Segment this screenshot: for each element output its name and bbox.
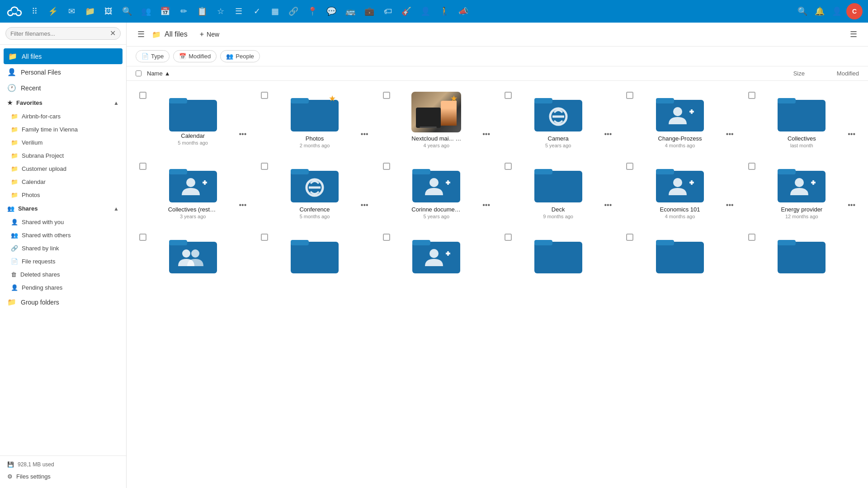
- file-actions-conference[interactable]: •••: [361, 201, 368, 209]
- sidebar-item-calendar[interactable]: 📁 Calendar: [4, 175, 126, 188]
- topbar-link-icon[interactable]: 🔗: [286, 4, 301, 19]
- col-name-header[interactable]: Name ▲: [147, 70, 769, 77]
- topbar-photos-icon[interactable]: 🖼: [101, 4, 116, 19]
- file-actions-photos[interactable]: •••: [361, 130, 368, 138]
- topbar-grid-icon[interactable]: ▦: [268, 4, 282, 19]
- file-checkbox-photos[interactable]: [261, 92, 268, 99]
- file-item-row3-2[interactable]: [257, 230, 372, 281]
- sidebar-item-verilium[interactable]: 📁 Verilium: [4, 136, 126, 149]
- file-checkbox-calendar[interactable]: [139, 92, 146, 99]
- file-item-row3-1[interactable]: [136, 230, 250, 281]
- topbar-people-icon[interactable]: 🚶: [437, 4, 452, 19]
- file-checkbox-row3-3[interactable]: [383, 234, 390, 241]
- file-item-row3-6[interactable]: [745, 230, 859, 281]
- select-all-checkbox[interactable]: [136, 70, 142, 76]
- filter-modified-button[interactable]: 📅 Modified: [173, 50, 217, 62]
- sidebar-item-all-files[interactable]: 📁 All files: [4, 48, 123, 64]
- filter-type-button[interactable]: 📄 Type: [136, 50, 170, 62]
- files-settings-item[interactable]: ⚙ Files settings: [7, 470, 119, 483]
- file-item-deck[interactable]: Deck 9 months ago •••: [501, 159, 615, 223]
- file-item-row3-4[interactable]: [501, 230, 615, 281]
- file-checkbox-nextcloud[interactable]: [383, 92, 390, 99]
- file-checkbox-deck[interactable]: [505, 163, 512, 170]
- file-checkbox-row3-6[interactable]: [748, 234, 755, 241]
- file-checkbox-corinne-docs[interactable]: [383, 163, 390, 170]
- sidebar-item-personal[interactable]: 👤 Personal Files: [0, 64, 126, 80]
- file-item-photos[interactable]: ★ Photos 2 months ago •••: [257, 88, 372, 152]
- sidebar-item-file-requests[interactable]: 📄 File requests: [4, 255, 126, 268]
- file-checkbox-change-prozess[interactable]: [626, 92, 633, 99]
- col-modified-header[interactable]: Modified: [805, 70, 859, 77]
- topbar-chat-icon[interactable]: 💬: [324, 4, 339, 19]
- sidebar-toggle-button[interactable]: ☰: [136, 28, 146, 41]
- logo[interactable]: [5, 2, 24, 20]
- topbar-contacts-icon[interactable]: 👥: [138, 4, 154, 19]
- file-checkbox-economics[interactable]: [626, 163, 633, 170]
- topbar-announce-icon[interactable]: 📣: [456, 4, 471, 19]
- favorites-section-header[interactable]: ★ Favorites ▲: [0, 96, 126, 110]
- new-button[interactable]: + New: [193, 27, 226, 42]
- file-item-collectives-restor[interactable]: Collectives (restor... 3 years ago •••: [136, 159, 250, 223]
- file-item-corinne-docs[interactable]: Corinne documents 5 years ago •••: [379, 159, 494, 223]
- file-checkbox-collectives[interactable]: [748, 92, 755, 99]
- filter-people-button[interactable]: 👥 People: [220, 50, 259, 62]
- shares-section-header[interactable]: 👥 Shares ▲: [0, 202, 126, 216]
- topbar-music-icon[interactable]: 🎸: [399, 4, 414, 19]
- file-item-nextcloud[interactable]: ★ Nextcloud mai... .jpg 4 years ago •••: [379, 88, 494, 152]
- file-actions-calendar[interactable]: •••: [239, 130, 247, 138]
- sidebar-item-group-folders[interactable]: 📁 Group folders: [0, 294, 126, 310]
- file-actions-collectives-restor[interactable]: •••: [239, 201, 247, 209]
- file-checkbox-collectives-restor[interactable]: [139, 163, 146, 170]
- topbar-mail-icon[interactable]: ✉: [64, 4, 79, 19]
- file-checkbox-row3-4[interactable]: [505, 234, 512, 241]
- file-checkbox-row3-1[interactable]: [139, 234, 146, 241]
- search-clear-icon[interactable]: ✕: [110, 30, 116, 37]
- file-checkbox-row3-2[interactable]: [261, 234, 268, 241]
- topbar-notes-icon[interactable]: ✏: [176, 4, 191, 19]
- topbar-transit-icon[interactable]: 🚌: [343, 4, 358, 19]
- topbar-maps-icon[interactable]: 📍: [305, 4, 320, 19]
- file-actions-change-prozess[interactable]: •••: [726, 130, 734, 138]
- topbar-list-icon[interactable]: ☰: [231, 4, 246, 19]
- sidebar-item-subrana[interactable]: 📁 Subrana Project: [4, 149, 126, 162]
- topbar-notifications-icon[interactable]: 🔔: [812, 4, 827, 19]
- view-toggle-icon[interactable]: ☰: [848, 28, 859, 41]
- sidebar-item-customer-upload[interactable]: 📁 Customer upload: [4, 162, 126, 175]
- col-size-header[interactable]: Size: [769, 70, 805, 77]
- topbar-tasks-icon[interactable]: ✓: [250, 4, 264, 19]
- topbar-deck-icon[interactable]: 📋: [194, 4, 210, 19]
- topbar-stars-icon[interactable]: ☆: [213, 4, 228, 19]
- topbar-calendar-icon[interactable]: 📅: [157, 4, 173, 19]
- file-item-change-prozess[interactable]: Change-Prozess 4 months ago •••: [623, 88, 737, 152]
- file-checkbox-row3-5[interactable]: [626, 234, 633, 241]
- topbar-activity-icon[interactable]: ⚡: [45, 4, 61, 19]
- file-checkbox-energy-provider[interactable]: [748, 163, 755, 170]
- sidebar-item-airbnb[interactable]: 📁 Airbnb-for-cars: [4, 110, 126, 123]
- sidebar-item-family-vienna[interactable]: 📁 Family time in Vienna: [4, 123, 126, 136]
- user-avatar[interactable]: C: [846, 3, 863, 19]
- sidebar-item-deleted-shares[interactable]: 🗑 Deleted shares: [4, 268, 126, 281]
- file-item-row3-3[interactable]: [379, 230, 494, 281]
- file-item-row3-5[interactable]: [623, 230, 737, 281]
- file-item-energy-provider[interactable]: Energy provider 12 months ago •••: [745, 159, 859, 223]
- file-item-economics[interactable]: Economics 101 4 months ago •••: [623, 159, 737, 223]
- file-actions-deck[interactable]: •••: [604, 201, 612, 209]
- file-item-collectives[interactable]: Collectives last month •••: [745, 88, 859, 152]
- sidebar-item-shared-by-link[interactable]: 🔗 Shared by link: [4, 242, 126, 255]
- topbar-search-button[interactable]: 🔍: [795, 4, 810, 19]
- file-actions-energy-provider[interactable]: •••: [848, 201, 855, 209]
- topbar-search-icon[interactable]: 🔍: [119, 4, 135, 19]
- topbar-user-icon[interactable]: 👤: [418, 4, 433, 19]
- sidebar-item-recent[interactable]: 🕐 Recent: [0, 80, 126, 96]
- sidebar-item-shared-with-others[interactable]: 👥 Shared with others: [4, 229, 126, 242]
- file-actions-economics[interactable]: •••: [726, 201, 734, 209]
- file-checkbox-camera[interactable]: [505, 92, 512, 99]
- file-actions-nextcloud[interactable]: •••: [482, 130, 490, 138]
- file-actions-corinne-docs[interactable]: •••: [482, 201, 490, 209]
- sidebar-item-shared-with-you[interactable]: 👤 Shared with you: [4, 216, 126, 229]
- topbar-user-menu-icon[interactable]: 👤: [829, 4, 844, 19]
- topbar-work-icon[interactable]: 💼: [362, 4, 377, 19]
- sidebar-item-photos[interactable]: 📁 Photos: [4, 188, 126, 202]
- file-actions-camera[interactable]: •••: [604, 130, 612, 138]
- topbar-dashboard-icon[interactable]: ⠿: [27, 4, 42, 19]
